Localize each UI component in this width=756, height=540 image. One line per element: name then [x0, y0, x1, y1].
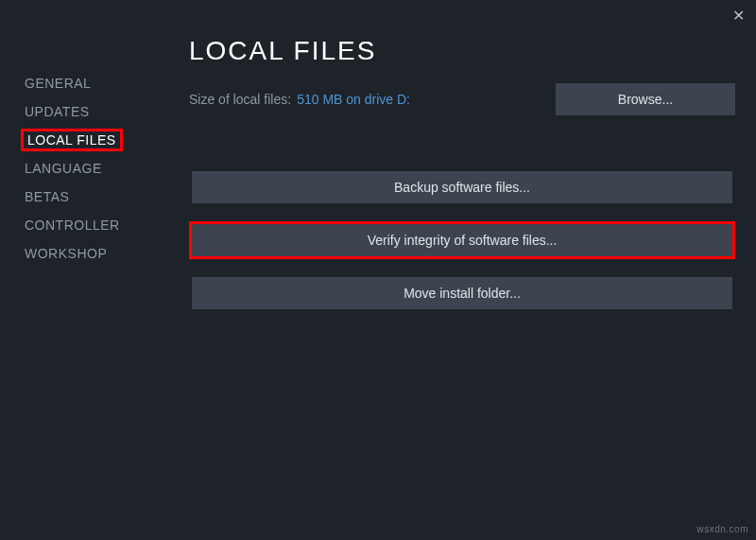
size-row: Size of local files: 510 MB on drive D: … — [189, 83, 735, 115]
move-install-folder-button[interactable]: Move install folder... — [192, 277, 732, 309]
sidebar-item-updates[interactable]: UPDATES — [21, 100, 94, 123]
main-panel: LOCAL FILES Size of local files: 510 MB … — [189, 26, 756, 540]
sidebar-item-workshop[interactable]: WORKSHOP — [21, 242, 111, 265]
sidebar-item-betas[interactable]: BETAS — [21, 185, 73, 208]
close-icon[interactable]: ✕ — [730, 8, 747, 25]
sidebar-item-controller[interactable]: CONTROLLER — [21, 214, 124, 236]
page-title: LOCAL FILES — [189, 36, 735, 66]
size-value: 510 MB on drive D: — [297, 92, 410, 107]
sidebar-item-language[interactable]: LANGUAGE — [21, 157, 106, 180]
sidebar-item-general[interactable]: GENERAL — [21, 72, 94, 95]
backup-files-button[interactable]: Backup software files... — [192, 171, 732, 203]
verify-integrity-button[interactable]: Verify integrity of software files... — [192, 224, 732, 256]
watermark: wsxdn.com — [696, 524, 748, 534]
size-label: Size of local files: — [189, 92, 291, 107]
properties-dialog: GENERAL UPDATES LOCAL FILES LANGUAGE BET… — [0, 0, 756, 540]
sidebar: GENERAL UPDATES LOCAL FILES LANGUAGE BET… — [0, 26, 189, 540]
browse-button[interactable]: Browse... — [556, 83, 735, 115]
sidebar-item-local-files[interactable]: LOCAL FILES — [21, 129, 123, 151]
